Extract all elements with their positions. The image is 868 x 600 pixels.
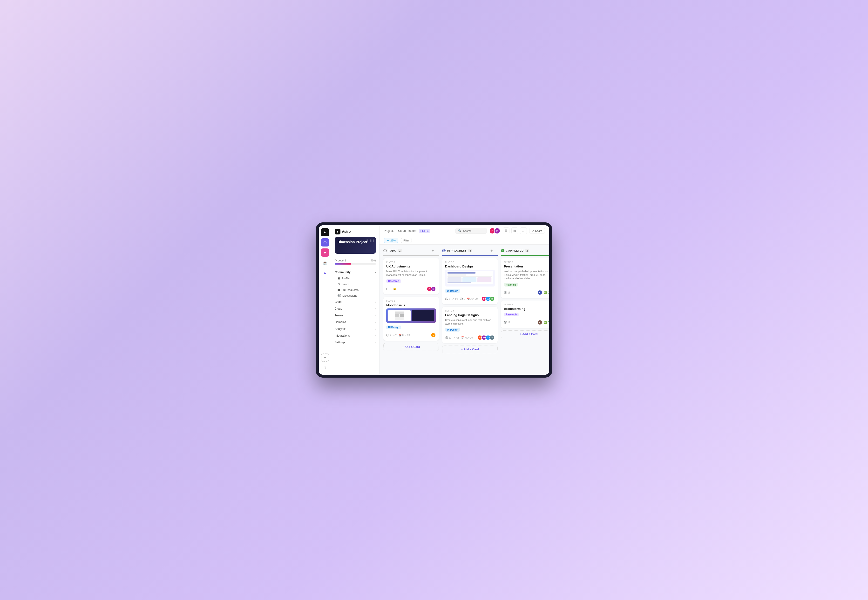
filter-chip-progress[interactable]: ☁ 25%	[384, 238, 398, 243]
svg-rect-2	[395, 314, 399, 317]
nav-group-community[interactable]: Community ▾	[331, 269, 379, 276]
card-footer-5: 💬 11 L ✅	[504, 290, 549, 295]
logo-icon: ▲	[335, 229, 340, 235]
comment-count-1: 💬 3	[386, 288, 392, 290]
comment-count-4: 💬 12	[445, 336, 451, 339]
card-tag-2[interactable]: UI Design	[386, 326, 401, 329]
card-flyte-5[interactable]: FLYTE-5 Presentation Work on our pitch d…	[501, 258, 549, 298]
card-flyte-2[interactable]: FLYTE-2 Moodboards UI Design	[383, 297, 439, 341]
chevron-down-icon: ▾	[375, 271, 376, 274]
card-id-4: FLYTE-4	[445, 310, 495, 312]
search-box[interactable]: 🔍	[455, 228, 487, 234]
completed-status-dot: ✓	[501, 249, 504, 252]
svg-rect-5	[448, 272, 475, 274]
card-flyte-4[interactable]: FLYTE-4 Landing Page Designs Create a co…	[442, 307, 498, 343]
add-card-icon-todo[interactable]: +	[432, 248, 434, 253]
chevron-right-icon: ›	[375, 308, 376, 310]
icon-rail: A ⬡ ● ☕ ▲ + ☽	[319, 225, 331, 375]
breadcrumb: Projects › Cloud Platform FLYTE	[384, 229, 430, 233]
done-check-icon-6: ✅	[544, 321, 547, 324]
project-title: Dimension Project	[338, 240, 373, 244]
card-title-6: Brainstorming	[504, 307, 549, 311]
search-input[interactable]	[463, 229, 484, 232]
rail-triangle[interactable]: ▲	[321, 269, 329, 277]
nav-item-domains[interactable]: Domains ›	[331, 319, 379, 326]
nav-item-settings[interactable]: Settings ›	[331, 339, 379, 346]
discussions-icon: 💬	[338, 294, 341, 297]
nav-item-code[interactable]: Code ›	[331, 298, 379, 305]
card-tag-3[interactable]: UI Design	[445, 289, 460, 293]
card-meta-2: 💬 2 ⑃ 2 📅 Nov 23	[386, 334, 410, 336]
comment-icon-5: 💬	[504, 291, 507, 294]
col-title-completed: COMPLETED	[506, 249, 524, 252]
fork-count-2: ⑃ 2	[393, 334, 397, 336]
card-footer-1: 💬 3 😊 P M	[386, 286, 436, 292]
col-count-todo: 2	[398, 249, 402, 252]
comment-icon-2: 💬	[386, 334, 389, 336]
nav-item-cloud[interactable]: Cloud ›	[331, 305, 379, 312]
sidebar-header: ▲ Astro Dimension Project	[331, 225, 379, 256]
card-tag-1[interactable]: Research	[386, 279, 401, 283]
comment-icon-4: 💬	[445, 336, 448, 339]
add-card-button-inprogress[interactable]: + Add a Card	[442, 345, 498, 353]
done-badge-6: ✅ Done	[544, 321, 549, 324]
breadcrumb-sep1: ›	[396, 229, 397, 233]
card-tag-6[interactable]: Research	[504, 313, 519, 317]
rail-dot-red[interactable]: ●	[321, 248, 329, 257]
add-card-button-todo[interactable]: + Add a Card	[383, 343, 439, 351]
project-card[interactable]: Dimension Project	[335, 237, 376, 254]
card-meta-4: 💬 12 ✓ 4/8 📅 May 20	[445, 336, 473, 339]
card-image-2	[386, 308, 436, 323]
list-view-button[interactable]: ☰	[503, 227, 510, 234]
sidebar-item-profile[interactable]: ▣ Profile	[331, 276, 379, 281]
more-options-todo[interactable]: ···	[435, 248, 439, 253]
rail-coffee[interactable]: ☕	[321, 259, 329, 267]
check-icon-3: ✓	[452, 298, 454, 300]
breadcrumb-tag[interactable]: FLYTE	[419, 229, 430, 233]
card-meta-3: 💬 5 ✓ 4/8 💬 1	[445, 298, 478, 300]
add-card-icon-inprogress[interactable]: +	[490, 248, 493, 253]
share-button[interactable]: ↗ Share	[529, 228, 545, 233]
rail-moon[interactable]: ☽	[321, 364, 329, 372]
col-title-todo: TODO	[388, 249, 396, 252]
card-tag-4[interactable]: UI Design	[445, 328, 460, 332]
add-card-button-completed[interactable]: + Add a Card	[501, 330, 549, 338]
card-id-6: FLYTE-6	[504, 303, 549, 306]
sidebar-item-pull-requests[interactable]: ⇄ Pull Requests	[331, 287, 379, 293]
chevron-right-icon: ›	[375, 321, 376, 324]
card-flyte-1[interactable]: FLYTE-1 UX Adjustments Make UI/UX revisi…	[383, 258, 439, 294]
card-footer-2: 💬 2 ⑃ 2 📅 Nov 23	[386, 333, 436, 338]
nav-item-analytics[interactable]: Analytics ›	[331, 326, 379, 332]
card-title-2: Moodboards	[386, 303, 436, 307]
card-tag-5[interactable]: Planning	[504, 283, 518, 286]
card-flyte-3[interactable]: FLYTE-3 Dashboard Design	[442, 258, 498, 305]
audio-button[interactable]: ♫	[520, 227, 527, 234]
nav-item-teams[interactable]: Teams ›	[331, 312, 379, 319]
filter-button[interactable]: Filter	[401, 238, 412, 243]
card-flyte-6[interactable]: FLYTE-6 Brainstorming Research 💬 12	[501, 300, 549, 328]
main-content: Projects › Cloud Platform FLYTE 🔍 P M	[379, 225, 549, 375]
breadcrumb-projects[interactable]: Projects	[384, 229, 394, 233]
card-avatars-4: R M A 3+	[477, 335, 495, 340]
nav-item-integrations[interactable]: Integrations ›	[331, 332, 379, 339]
rail-logo[interactable]: A	[321, 228, 329, 236]
sidebar-item-discussions[interactable]: 💬 Discussions	[331, 293, 379, 298]
col-header-inprogress: ◑ IN PROGRESS 8 + ···	[442, 248, 498, 256]
svg-rect-10	[477, 277, 492, 282]
rail-home[interactable]: ⬡	[321, 238, 329, 247]
grid-view-button[interactable]: ⊞	[511, 227, 518, 234]
level-progress-bar	[335, 264, 376, 265]
card-footer-4: 💬 12 ✓ 4/8 📅 May 20	[445, 335, 495, 340]
rail-add[interactable]: +	[321, 353, 329, 362]
date-3: 📅 Jun 20	[467, 298, 478, 300]
sidebar-item-issues[interactable]: ⊙ Issues	[331, 281, 379, 287]
card-title-3: Dashboard Design	[445, 265, 495, 268]
breadcrumb-platform[interactable]: Cloud Platform	[398, 229, 417, 233]
more-options-inprogress[interactable]: ···	[494, 248, 498, 253]
comment2-icon-3: 💬	[460, 298, 463, 300]
search-icon: 🔍	[458, 229, 462, 233]
done-section-5: L ✅ Done	[537, 290, 549, 295]
kanban-col-todo: TODO 2 + ··· FLYTE-1 UX Adjustments	[383, 248, 439, 371]
card-avatars-2: J	[431, 333, 436, 338]
chevron-right-icon: ›	[375, 314, 376, 317]
